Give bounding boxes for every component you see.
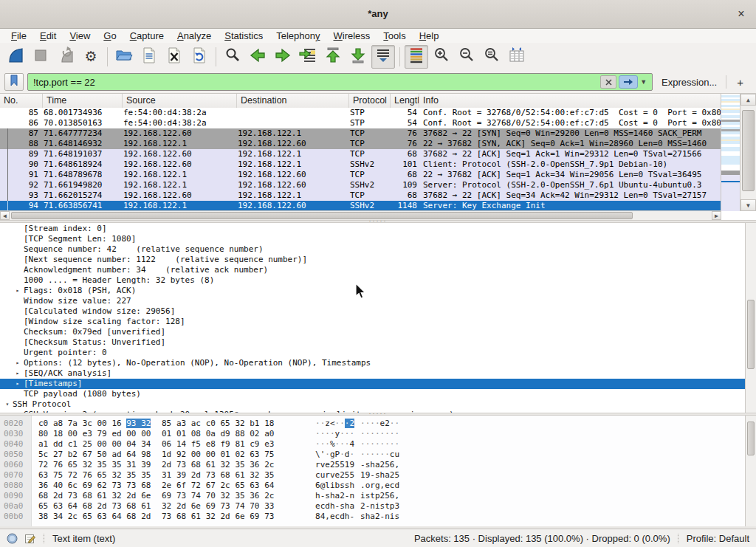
menu-edit[interactable]: Edit	[33, 29, 63, 43]
go-back-button[interactable]	[246, 45, 269, 69]
column-header-protocol[interactable]: Protocol	[349, 94, 391, 108]
add-filter-button[interactable]: +	[730, 76, 752, 89]
intelligent-scrollbar-minimap[interactable]	[721, 94, 740, 211]
menu-file[interactable]: File	[4, 29, 33, 43]
scrollbar-thumb[interactable]	[747, 422, 755, 455]
packet-row-89[interactable]: 8971.648191037192.168.122.60192.168.122.…	[0, 149, 721, 159]
hex-row[interactable]: 007063 75 72 76 65 32 35 35 31 39 2d 73 …	[0, 470, 746, 481]
packet-row-94[interactable]: 9471.663856741192.168.122.1192.168.122.6…	[0, 201, 721, 211]
hex-row[interactable]: 00b038 34 2c 65 63 64 68 2d 73 68 61 32 …	[0, 512, 746, 522]
packet-list-horizontal-scrollbar[interactable]: ◀ ▶	[0, 210, 721, 220]
expand-arrow-icon[interactable]: ▸	[14, 286, 21, 296]
detail-line[interactable]: ▸Flags: 0x018 (PSH, ACK)	[0, 286, 746, 296]
packet-list-vertical-scrollbar[interactable]: ▲ ▼	[740, 94, 756, 211]
detail-line[interactable]: Acknowledgment number: 34 (relative ack …	[0, 265, 746, 275]
go-to-last-packet-button[interactable]	[346, 45, 370, 69]
column-header-info[interactable]: Info	[419, 94, 721, 108]
packet-list-header[interactable]: No. Time Source Destination Protocol Len…	[0, 94, 721, 109]
detail-line[interactable]: [Calculated window size: 29056]	[0, 306, 746, 317]
menu-view[interactable]: View	[63, 29, 97, 43]
capture-options-button[interactable]: ⚙	[79, 45, 103, 69]
packet-row-85[interactable]: 8568.001734936fe:54:00:d4:38:2aSTP54Conf…	[0, 108, 721, 118]
find-packet-button[interactable]	[221, 45, 244, 69]
hex-row[interactable]: 00505c 27 b2 67 50 ad 64 98 1d 92 00 00 …	[0, 450, 746, 460]
profile-selector[interactable]: Profile: Default	[687, 533, 749, 544]
resize-columns-button[interactable]	[505, 45, 529, 69]
reload-file-button[interactable]	[188, 45, 211, 69]
detail-line[interactable]: 1000 .... = Header Length: 32 bytes (8)	[0, 275, 746, 286]
column-header-source[interactable]: Source	[123, 94, 237, 108]
display-filter-input[interactable]: !tcp.port == 22 ▼	[27, 73, 653, 91]
detail-line[interactable]: Window size value: 227	[0, 296, 746, 306]
hex-row[interactable]: 008036 40 6c 69 62 73 73 68 2e 6f 72 67 …	[0, 481, 746, 491]
detail-line[interactable]: ▾SSH Protocol	[0, 399, 746, 410]
auto-scroll-toggle[interactable]	[371, 45, 395, 69]
close-window-button[interactable]: ×	[734, 7, 749, 21]
bytes-vertical-scrollbar[interactable]	[745, 416, 756, 526]
zoom-reset-button[interactable]	[480, 45, 504, 69]
packet-row-88[interactable]: 8871.648146932192.168.122.1192.168.122.6…	[0, 139, 721, 149]
menu-statistics[interactable]: Statistics	[218, 29, 269, 43]
detail-line[interactable]: [Checksum Status: Unverified]	[0, 337, 746, 348]
scroll-left-arrow[interactable]: ◀	[0, 211, 10, 220]
expand-arrow-icon[interactable]: ▸	[14, 358, 21, 368]
hex-row[interactable]: 009068 2d 73 68 61 32 2d 6e 69 73 74 70 …	[0, 491, 746, 501]
open-file-button[interactable]	[112, 45, 136, 69]
detail-line[interactable]: [Window size scaling factor: 128]	[0, 317, 746, 327]
filter-dropdown-caret[interactable]: ▼	[640, 78, 647, 86]
detail-line[interactable]: ▸[Timestamps]	[0, 379, 746, 389]
packet-row-93[interactable]: 9371.662015274192.168.122.60192.168.122.…	[0, 190, 721, 201]
scroll-right-arrow[interactable]: ▶	[712, 211, 721, 220]
scroll-up-arrow[interactable]: ▲	[740, 94, 756, 106]
menu-wireless[interactable]: Wireless	[327, 29, 377, 43]
expand-arrow-icon[interactable]: ▸	[14, 368, 21, 379]
menu-tools[interactable]: Tools	[377, 29, 412, 43]
scroll-down-arrow[interactable]: ▼	[740, 199, 756, 211]
filter-bookmark-button[interactable]	[4, 73, 24, 91]
scrollbar-thumb[interactable]	[11, 212, 633, 219]
column-header-destination[interactable]: Destination	[237, 94, 349, 108]
clear-filter-button[interactable]	[600, 75, 616, 89]
scrollbar-thumb[interactable]	[742, 110, 755, 191]
packet-row-92[interactable]: 9271.661949820192.168.122.1192.168.122.6…	[0, 180, 721, 190]
menu-help[interactable]: Help	[413, 29, 446, 43]
column-header-length[interactable]: Length	[391, 94, 419, 108]
restart-capture-button[interactable]	[54, 45, 78, 69]
start-capture-button[interactable]	[4, 45, 27, 69]
hex-row[interactable]: 003080 18 00 e3 79 ed 00 00 01 01 08 0a …	[0, 429, 746, 439]
packet-row-87[interactable]: 8771.647777234192.168.122.60192.168.122.…	[0, 128, 721, 139]
column-header-time[interactable]: Time	[43, 94, 123, 108]
stop-capture-button[interactable]	[29, 45, 52, 69]
expression-button[interactable]: Expression...	[656, 77, 722, 88]
detail-line[interactable]: [Next sequence number: 1122 (relative se…	[0, 255, 746, 265]
detail-line[interactable]: TCP payload (1080 bytes)	[0, 389, 746, 399]
hex-row[interactable]: 0020c0 a8 7a 3c 00 16 93 32 85 a3 ac c0 …	[0, 419, 746, 429]
detail-line[interactable]: Checksum: 0x79ed [unverified]	[0, 327, 746, 337]
hex-row[interactable]: 00a065 63 64 68 2d 73 68 61 32 2d 6e 69 …	[0, 501, 746, 512]
go-to-packet-button[interactable]	[296, 45, 320, 69]
menu-capture[interactable]: Capture	[123, 29, 171, 43]
menu-analyze[interactable]: Analyze	[171, 29, 218, 43]
packet-row-86[interactable]: 8670.013850163fe:54:00:d4:38:2aSTP54Conf…	[0, 118, 721, 128]
details-vertical-scrollbar[interactable]	[745, 223, 756, 413]
go-forward-button[interactable]	[271, 45, 295, 69]
apply-filter-button[interactable]	[619, 75, 638, 89]
hex-row[interactable]: 006072 76 65 32 35 35 31 39 2d 73 68 61 …	[0, 460, 746, 470]
expand-arrow-icon[interactable]: ▸	[14, 379, 21, 389]
menu-telephony[interactable]: Telephony	[269, 29, 326, 43]
save-file-button[interactable]	[137, 45, 161, 69]
detail-line[interactable]: ▸[SEQ/ACK analysis]	[0, 368, 746, 379]
scrollbar-thumb[interactable]	[747, 300, 755, 369]
title-bar[interactable]: *any ×	[0, 0, 756, 29]
capture-comment-button[interactable]	[24, 533, 36, 544]
expert-info-button[interactable]	[7, 533, 18, 544]
detail-line[interactable]: ▸Options: (12 bytes), No-Operation (NOP)…	[0, 358, 746, 368]
packet-row-91[interactable]: 9171.648789678192.168.122.1192.168.122.6…	[0, 170, 721, 180]
menu-go[interactable]: Go	[97, 29, 123, 43]
packet-row-90[interactable]: 9071.648618924192.168.122.60192.168.122.…	[0, 159, 721, 170]
detail-line[interactable]: Sequence number: 42 (relative sequence n…	[0, 244, 746, 255]
column-header-no[interactable]: No.	[0, 94, 43, 108]
colorize-toggle[interactable]	[405, 45, 428, 69]
go-to-first-packet-button[interactable]	[321, 45, 345, 69]
zoom-in-button[interactable]	[430, 45, 453, 69]
